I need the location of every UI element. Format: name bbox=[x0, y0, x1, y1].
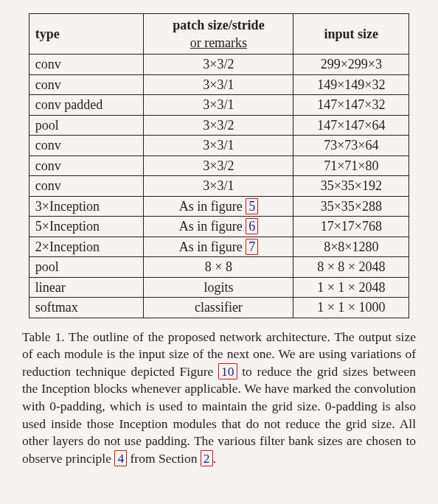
cell-patch: 8 × 8 bbox=[144, 257, 293, 278]
cell-input: 1 × 1 × 2048 bbox=[293, 277, 409, 298]
cell-patch: As in figure 6 bbox=[144, 217, 293, 237]
cell-input: 35×35×288 bbox=[293, 196, 409, 217]
table-row: conv3×3/1149×149×32 bbox=[29, 74, 409, 95]
cell-patch: 3×3/1 bbox=[144, 176, 293, 197]
table-row: pool8 × 88 × 8 × 2048 bbox=[29, 257, 409, 278]
table-row: conv3×3/271×71×80 bbox=[29, 155, 409, 176]
cell-patch: classifier bbox=[144, 298, 293, 318]
cell-patch: logits bbox=[144, 277, 293, 298]
cell-input: 149×149×32 bbox=[293, 74, 409, 95]
cell-input: 71×71×80 bbox=[293, 155, 409, 176]
cell-type: conv bbox=[29, 74, 144, 95]
cell-type: softmax bbox=[29, 298, 144, 318]
cell-input: 147×147×32 bbox=[293, 95, 409, 116]
cell-input: 1 × 1 × 1000 bbox=[293, 298, 409, 318]
cell-type: conv bbox=[29, 136, 144, 156]
table-row: pool3×3/2147×147×64 bbox=[29, 115, 409, 136]
cell-input: 147×147×64 bbox=[293, 115, 409, 136]
caption-text-4: . bbox=[213, 451, 216, 466]
cell-patch-text: As in figure bbox=[179, 239, 246, 254]
cell-input: 17×17×768 bbox=[293, 217, 409, 237]
cell-patch: As in figure 5 bbox=[144, 196, 293, 217]
cell-type: conv bbox=[29, 176, 144, 197]
cell-input: 299×299×3 bbox=[293, 55, 409, 75]
architecture-table: type patch size/stride or remarks input … bbox=[29, 13, 409, 318]
cell-type: linear bbox=[29, 277, 144, 298]
cell-patch: 3×3/2 bbox=[144, 55, 293, 75]
caption-text-3: from Section bbox=[127, 451, 201, 466]
table-row: 3×InceptionAs in figure 535×35×288 bbox=[29, 196, 409, 217]
cell-input: 73×73×64 bbox=[293, 136, 409, 156]
header-patch-remark: or remarks bbox=[150, 35, 287, 52]
table-row: conv padded3×3/1147×147×32 bbox=[29, 95, 409, 116]
cell-input: 8×8×1280 bbox=[293, 237, 409, 257]
cell-patch: 3×3/1 bbox=[144, 136, 293, 156]
principle-ref-4[interactable]: 4 bbox=[114, 450, 127, 466]
cell-type: 2×Inception bbox=[29, 237, 144, 257]
table-row: linearlogits1 × 1 × 2048 bbox=[29, 277, 409, 298]
header-type-text: type bbox=[35, 27, 60, 41]
cell-input: 35×35×192 bbox=[293, 176, 409, 197]
col-header-patch: patch size/stride or remarks bbox=[144, 14, 293, 55]
table-row: conv3×3/135×35×192 bbox=[29, 176, 409, 197]
cell-type: conv padded bbox=[29, 95, 144, 116]
figure-ref-6[interactable]: 6 bbox=[246, 218, 258, 234]
table-row: conv3×3/173×73×64 bbox=[29, 136, 409, 156]
section-ref-2[interactable]: 2 bbox=[201, 450, 213, 466]
table-row: 2×InceptionAs in figure 78×8×1280 bbox=[29, 237, 409, 257]
header-patch-text: patch size/stride bbox=[173, 18, 264, 32]
header-input-text: input size bbox=[324, 27, 379, 41]
table-row: conv3×3/2299×299×3 bbox=[29, 55, 409, 75]
cell-type: 3×Inception bbox=[29, 196, 144, 217]
cell-type: conv bbox=[29, 55, 144, 75]
cell-patch: 3×3/2 bbox=[144, 155, 293, 176]
cell-patch: 3×3/1 bbox=[144, 74, 293, 95]
cell-input: 8 × 8 × 2048 bbox=[293, 257, 409, 278]
table-body: conv3×3/2299×299×3conv3×3/1149×149×32con… bbox=[29, 55, 409, 318]
cell-patch-text: As in figure bbox=[179, 199, 246, 214]
figure-ref-10[interactable]: 10 bbox=[218, 363, 237, 379]
table-row: softmaxclassifier1 × 1 × 1000 bbox=[29, 298, 409, 318]
table-caption: Table 1. The outline of the proposed net… bbox=[22, 329, 416, 468]
cell-patch-text: As in figure bbox=[179, 219, 246, 234]
cell-patch: 3×3/1 bbox=[144, 95, 293, 116]
caption-lead: Table 1. bbox=[22, 329, 65, 344]
figure-ref-7[interactable]: 7 bbox=[246, 239, 258, 255]
col-header-input: input size bbox=[293, 14, 409, 55]
col-header-type: type bbox=[29, 14, 144, 55]
figure-ref-5[interactable]: 5 bbox=[246, 198, 258, 214]
table-row: 5×InceptionAs in figure 617×17×768 bbox=[29, 217, 409, 237]
cell-type: pool bbox=[29, 115, 144, 136]
cell-type: 5×Inception bbox=[29, 217, 144, 237]
cell-patch: 3×3/2 bbox=[144, 115, 293, 136]
cell-type: pool bbox=[29, 257, 144, 278]
cell-type: conv bbox=[29, 155, 144, 176]
cell-patch: As in figure 7 bbox=[144, 237, 293, 257]
